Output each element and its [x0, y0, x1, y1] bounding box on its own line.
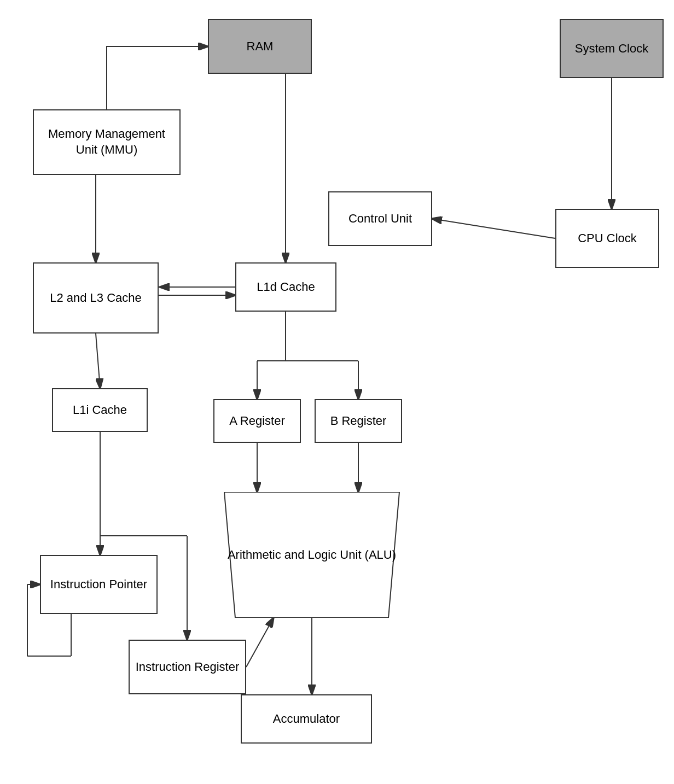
- instruction-pointer-box: Instruction Pointer: [40, 555, 158, 614]
- a-register-label: A Register: [229, 413, 285, 429]
- l1i-cache-box: L1i Cache: [52, 388, 148, 432]
- l2l3-cache-box: L2 and L3 Cache: [33, 262, 159, 334]
- control-unit-box: Control Unit: [328, 191, 432, 246]
- svg-line-7: [96, 334, 100, 388]
- b-register-box: B Register: [315, 399, 402, 443]
- system-clock-label: System Clock: [575, 41, 648, 57]
- alu-box: Arithmetic and Logic Unit (ALU): [208, 492, 416, 618]
- accumulator-label: Accumulator: [273, 711, 340, 727]
- system-clock-box: System Clock: [560, 19, 664, 78]
- mmu-label: Memory Management Unit (MMU): [37, 126, 176, 157]
- cpu-diagram: RAM System Clock Memory Management Unit …: [0, 0, 674, 784]
- instruction-register-box: Instruction Register: [129, 640, 246, 694]
- accumulator-box: Accumulator: [241, 694, 372, 744]
- cpu-clock-box: CPU Clock: [555, 209, 659, 268]
- alu-label: Arithmetic and Logic Unit (ALU): [211, 548, 412, 562]
- l2l3-cache-label: L2 and L3 Cache: [50, 290, 142, 306]
- l1d-cache-box: L1d Cache: [235, 262, 336, 312]
- instruction-register-label: Instruction Register: [136, 659, 240, 675]
- instruction-pointer-label: Instruction Pointer: [50, 577, 147, 593]
- svg-line-2: [432, 219, 555, 238]
- l1i-cache-label: L1i Cache: [73, 402, 127, 418]
- svg-line-23: [246, 618, 274, 667]
- b-register-label: B Register: [330, 413, 387, 429]
- mmu-box: Memory Management Unit (MMU): [33, 109, 181, 175]
- a-register-box: A Register: [213, 399, 301, 443]
- l1d-cache-label: L1d Cache: [257, 279, 315, 295]
- ram-box: RAM: [208, 19, 312, 74]
- cpu-clock-label: CPU Clock: [578, 231, 637, 247]
- ram-label: RAM: [247, 39, 274, 55]
- control-unit-label: Control Unit: [348, 211, 412, 227]
